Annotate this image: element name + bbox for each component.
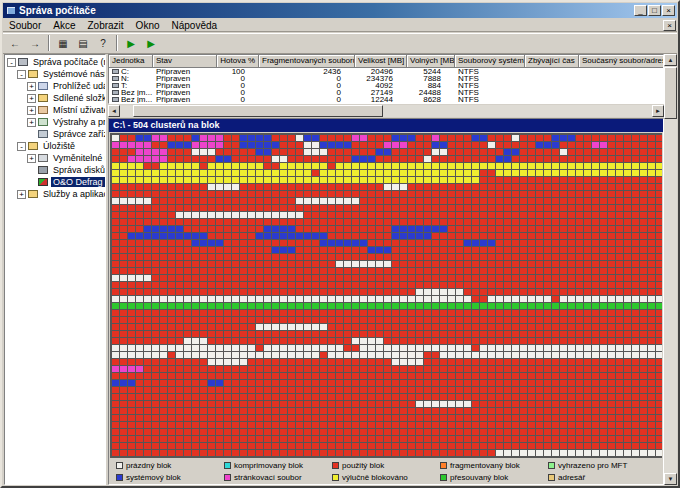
column-header[interactable]: Souborový systém (455, 55, 525, 68)
column-header[interactable]: Fragmentovaných souborů (259, 55, 355, 68)
legend-item: fragmentovaný blok (440, 461, 548, 470)
table-row[interactable]: N:Připraven002343767888NTFS (109, 75, 663, 82)
collapse-icon[interactable]: - (17, 142, 26, 151)
tree-item-label: Úložiště (41, 141, 77, 151)
column-header[interactable]: Zbývající čas (525, 55, 579, 68)
disk-icon (38, 166, 48, 174)
help-button[interactable]: ? (93, 34, 113, 52)
tree-item-label: Sdílené složky (51, 93, 105, 103)
tree-item-label: Služby a aplikace (41, 189, 105, 199)
table-cell: 2436 (259, 68, 355, 75)
column-header[interactable]: Jednotka (109, 55, 153, 68)
legend-color-swatch (332, 474, 339, 481)
menu-item[interactable]: Soubor (3, 19, 47, 31)
table-cell (525, 82, 579, 89)
vertical-scrollbar[interactable]: ▲ ▼ (664, 54, 677, 485)
legend-color-swatch (116, 474, 123, 481)
tree-item[interactable]: +Služby a aplikace (5, 188, 105, 200)
table-row[interactable]: Bez jm...Připraven00122448628NTFS (109, 96, 663, 103)
menu-item[interactable]: Zobrazit (81, 19, 129, 31)
scroll-left-button[interactable]: ◄ (108, 105, 120, 117)
table-cell: NTFS (455, 89, 525, 96)
drive-icon (112, 97, 119, 102)
start-analysis-button[interactable]: ▶ (121, 34, 141, 52)
folder-icon (28, 70, 38, 78)
table-cell: T: (109, 82, 153, 89)
tree-item[interactable]: -Úložiště (5, 140, 105, 152)
back-button[interactable]: ← (5, 34, 25, 52)
tree-item-label: Systémové nástroje (41, 69, 105, 79)
table-cell: Připraven (153, 75, 217, 82)
collapse-icon[interactable]: - (17, 70, 26, 79)
event-icon (38, 82, 48, 90)
table-cell: N: (109, 75, 153, 82)
maximize-button[interactable]: □ (648, 5, 661, 16)
device-icon (38, 130, 48, 138)
table-row[interactable]: T:Připraven004092884NTFS (109, 82, 663, 89)
show-console-tree-button[interactable]: ▦ (53, 34, 73, 52)
menu-item[interactable]: Nápověda (166, 19, 224, 31)
tree-item[interactable]: +Výstrahy a protokolování vý (5, 116, 105, 128)
tree-item[interactable]: Správce zařízení (5, 128, 105, 140)
table-cell: NTFS (455, 82, 525, 89)
block-map-panel: C:\ - 504 clusterů na blok prázdný blokk… (108, 118, 664, 485)
tree-item[interactable]: +Vyměnitelné úložiště (5, 152, 105, 164)
table-cell (579, 96, 664, 103)
tree-item[interactable]: -Správa počítače (místní) (5, 56, 105, 68)
tree-item[interactable]: +Sdílené složky (5, 92, 105, 104)
start-defragmentation-button[interactable]: ▶ (141, 34, 161, 52)
tree-item[interactable]: Správa disků (5, 164, 105, 176)
child-close-button[interactable]: × (663, 20, 676, 31)
tree-item[interactable]: O&O Defrag 2000 Freeware (5, 176, 105, 188)
table-cell: 100 (217, 68, 259, 75)
table-cell: 24488 (407, 89, 455, 96)
scroll-up-button[interactable]: ▲ (664, 54, 677, 66)
properties-button[interactable]: ▤ (73, 34, 93, 52)
vertical-scroll-thumb[interactable] (664, 67, 677, 119)
tree-item[interactable]: +Prohlížeč událostí (5, 80, 105, 92)
app-icon (6, 6, 16, 15)
horizontal-scroll-thumb[interactable] (133, 105, 383, 117)
expand-icon[interactable]: + (17, 190, 26, 199)
window-title: Správa počítače (19, 5, 633, 16)
forward-button[interactable]: → (25, 34, 45, 52)
scroll-down-button[interactable]: ▼ (664, 473, 677, 485)
table-row[interactable]: Bez jm...Připraven002714924488NTFS (109, 89, 663, 96)
column-header[interactable]: Stav (153, 55, 217, 68)
table-row[interactable]: C:Připraven1002436204965244NTFS (109, 68, 663, 75)
expand-icon[interactable]: + (27, 154, 36, 163)
expand-icon[interactable]: + (27, 118, 36, 127)
expand-icon[interactable]: + (27, 94, 36, 103)
block-legend: prázdný blokkomprimovaný blokpoužitý blo… (110, 459, 662, 483)
table-cell: 0 (259, 89, 355, 96)
scroll-right-button[interactable]: ► (652, 105, 664, 117)
table-cell (525, 96, 579, 103)
minimize-button[interactable]: _ (634, 5, 647, 16)
tree-item[interactable]: -Systémové nástroje (5, 68, 105, 80)
column-header[interactable]: Hotova % (217, 55, 259, 68)
tree-item[interactable]: +Místní uživatelé a skupiny (5, 104, 105, 116)
close-button[interactable]: × (662, 5, 675, 16)
menu-item[interactable]: Okno (130, 19, 166, 31)
column-header[interactable]: Velikost [MB] (355, 55, 407, 68)
legend-item: prázdný blok (116, 461, 224, 470)
legend-label: systémový blok (126, 473, 181, 482)
title-bar[interactable]: Správa počítače _ □ × (3, 3, 677, 18)
expand-icon[interactable]: + (27, 106, 36, 115)
removable-icon (38, 154, 48, 162)
table-cell: Připraven (153, 96, 217, 103)
column-header[interactable]: Volných [MB] (407, 55, 455, 68)
legend-item: adresář (548, 473, 656, 482)
horizontal-scrollbar[interactable]: ◄ ► (108, 105, 664, 117)
collapse-icon[interactable]: - (7, 58, 16, 67)
block-map-grid (112, 135, 660, 456)
shared-icon (38, 94, 48, 102)
column-header[interactable]: Současný soubor/adresář (579, 55, 664, 68)
menu-item[interactable]: Akce (47, 19, 81, 31)
table-cell: 7888 (407, 75, 455, 82)
horizontal-scroll-track[interactable] (120, 105, 652, 117)
table-cell: 0 (259, 82, 355, 89)
table-cell: 27149 (355, 89, 407, 96)
expand-icon[interactable]: + (27, 82, 36, 91)
results-pane: JednotkaStavHotova %Fragmentovaných soub… (108, 54, 677, 485)
